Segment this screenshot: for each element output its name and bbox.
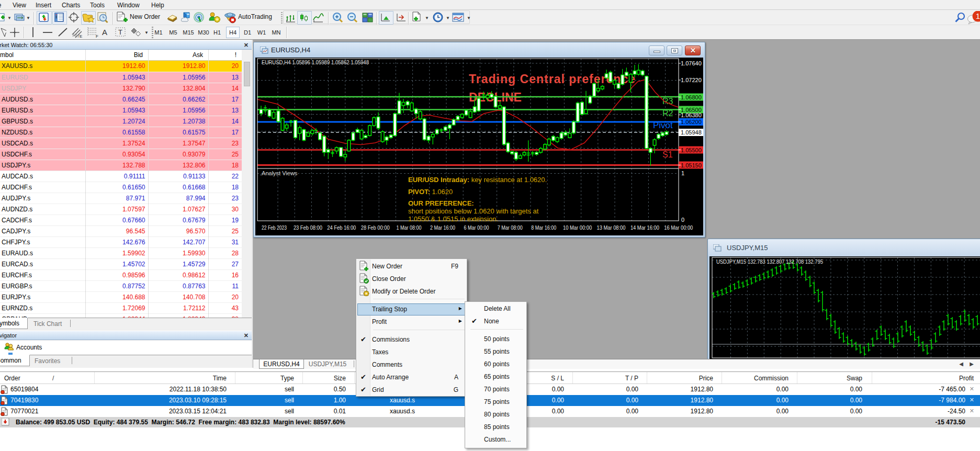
svg-text:22 Feb 2023: 22 Feb 2023	[262, 224, 287, 231]
svg-text:EUR/USD Intraday: key resista: EUR/USD Intraday: key resistance at 1.06…	[408, 176, 547, 184]
svg-text:1.05500: 1.05500	[681, 147, 702, 153]
svg-text:E: E	[80, 34, 82, 39]
svg-text:T: T	[118, 28, 122, 36]
svg-text:8 Mar 16:00: 8 Mar 16:00	[531, 224, 556, 231]
svg-text:OUR PREFERENCE:: OUR PREFERENCE:	[408, 199, 474, 207]
svg-text:.Analyst Views: .Analyst Views	[260, 170, 298, 176]
svg-text:1.07220: 1.07220	[681, 77, 702, 83]
svg-text:1: 1	[976, 12, 980, 20]
svg-text:7 Mar 08:00: 7 Mar 08:00	[498, 224, 523, 231]
svg-text:short positions below 1.0620 w: short positions below 1.0620 with target…	[408, 207, 539, 215]
svg-text:1.06800: 1.06800	[681, 94, 702, 100]
svg-text:10 Mar 00:00: 10 Mar 00:00	[563, 224, 592, 231]
svg-text:1.06200: 1.06200	[681, 119, 702, 125]
svg-text:28 Feb 00:00: 28 Feb 00:00	[361, 224, 390, 231]
svg-text:S1: S1	[662, 150, 673, 159]
svg-text:1.05150: 1.05150	[681, 162, 702, 168]
svg-text:1 Mar 08:00: 1 Mar 08:00	[397, 224, 422, 231]
svg-text:16 Mar 00:00: 16 Mar 00:00	[664, 224, 693, 231]
svg-text:14 Mar 16:00: 14 Mar 16:00	[630, 224, 659, 231]
svg-text:6 Mar 00:00: 6 Mar 00:00	[464, 224, 489, 231]
svg-text:0: 0	[681, 217, 684, 223]
svg-text:23 Feb 08:00: 23 Feb 08:00	[294, 224, 322, 231]
svg-text:F: F	[96, 34, 98, 39]
svg-text:1.0550 & 1.0515 in extension.: 1.0550 & 1.0515 in extension.	[408, 215, 498, 223]
svg-text:1.06380: 1.06380	[681, 112, 702, 118]
svg-text:24 Feb 16:00: 24 Feb 16:00	[327, 224, 356, 231]
svg-text:EURUSD,H4 1.05896 1.05989 1.05: EURUSD,H4 1.05896 1.05989 1.05862 1.0594…	[262, 59, 369, 65]
svg-text:USDJPY,M15 132.783 132.807 132: USDJPY,M15 132.783 132.807 132.708 132.7…	[716, 258, 823, 265]
svg-text:2 Mar 16:00: 2 Mar 16:00	[430, 224, 455, 231]
svg-text:1.07640: 1.07640	[681, 60, 702, 66]
svg-text:13 Mar 08:00: 13 Mar 08:00	[597, 224, 626, 231]
svg-text:1.05948: 1.05948	[681, 129, 702, 136]
svg-text:1: 1	[681, 170, 684, 176]
svg-text:PIVOT: 1.0620: PIVOT: 1.0620	[408, 188, 453, 196]
